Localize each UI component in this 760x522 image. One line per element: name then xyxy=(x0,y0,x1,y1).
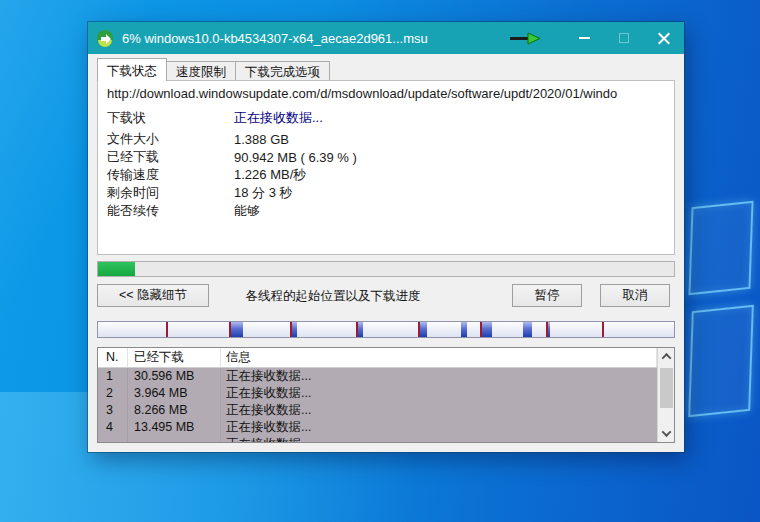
header-downloaded: 已经下载 xyxy=(128,348,221,367)
thread-start-marker xyxy=(166,322,168,337)
close-button[interactable] xyxy=(644,22,684,54)
tab-speed-limit[interactable]: 速度限制 xyxy=(167,61,236,81)
thread-start-marker xyxy=(229,322,231,337)
thread-bar xyxy=(97,321,675,338)
field-value: 1.226 MB/秒 xyxy=(234,166,667,184)
table-row[interactable]: 4 13.495 MB 正在接收数据... xyxy=(98,419,657,436)
cell-size: 3.964 MB xyxy=(128,385,221,402)
minimize-icon xyxy=(579,37,590,39)
table-row[interactable]: 3 8.266 MB 正在接收数据... xyxy=(98,402,657,419)
scrollbar-up-button[interactable] xyxy=(658,348,675,365)
download-url: http://download.windowsupdate.com/d/msdo… xyxy=(107,86,673,101)
chevron-down-icon xyxy=(662,427,672,437)
table-scrollbar[interactable] xyxy=(657,348,674,442)
cell-n: 1 xyxy=(98,368,128,385)
thread-start-marker xyxy=(546,322,548,337)
field-time-left: 剩余时间 18 分 3 秒 xyxy=(107,184,667,202)
threads-table: N. 已经下载 信息 1 30.596 MB 正在接收数据... 2 3.964… xyxy=(97,347,675,443)
field-value: 90.942 MB ( 6.39 % ) xyxy=(234,150,667,165)
threads-table-body: N. 已经下载 信息 1 30.596 MB 正在接收数据... 2 3.964… xyxy=(98,348,657,443)
progress-fill xyxy=(98,262,135,276)
chevron-up-icon xyxy=(662,353,672,363)
hide-details-button[interactable]: << 隐藏细节 xyxy=(97,284,209,307)
maximize-icon xyxy=(619,33,629,43)
thread-segment xyxy=(523,322,533,337)
thread-segment xyxy=(481,322,492,337)
field-download-status: 下载状 正在接收数据... xyxy=(107,109,667,127)
maximize-button[interactable] xyxy=(604,22,644,54)
field-value: 能够 xyxy=(234,202,667,220)
thread-start-marker xyxy=(356,322,358,337)
status-fields: 下载状 正在接收数据... 文件大小 1.388 GB 已经下载 90.942 … xyxy=(107,109,667,220)
field-downloaded: 已经下载 90.942 MB ( 6.39 % ) xyxy=(107,148,667,166)
cell-size: 13.495 MB xyxy=(128,419,221,436)
table-header-row: N. 已经下载 信息 xyxy=(98,348,657,368)
thread-start-marker xyxy=(290,322,292,337)
field-value: 正在接收数据... xyxy=(234,109,667,127)
download-progress-bar xyxy=(97,261,675,277)
field-value: 18 分 3 秒 xyxy=(234,184,667,202)
field-label: 能否续传 xyxy=(107,202,234,220)
tab-bar: 下载状态 速度限制 下载完成选项 xyxy=(97,58,330,81)
cell-n: 3 xyxy=(98,402,128,419)
tab-download-status[interactable]: 下载状态 xyxy=(97,58,167,81)
desktop-wallpaper: 6% windows10.0-kb4534307-x64_aecae2d961.… xyxy=(0,0,760,522)
field-value: 1.388 GB xyxy=(234,132,667,147)
pause-button[interactable]: 暂停 xyxy=(512,284,582,307)
scrollbar-thumb[interactable] xyxy=(660,368,673,408)
field-transfer-rate: 传输速度 1.226 MB/秒 xyxy=(107,166,667,184)
threads-caption: 各线程的起始位置以及下载进度 xyxy=(238,288,428,305)
field-label: 已经下载 xyxy=(107,148,234,166)
thread-start-marker xyxy=(480,322,482,337)
idm-drag-arrow-icon xyxy=(508,31,542,45)
titlebar[interactable]: 6% windows10.0-kb4534307-x64_aecae2d961.… xyxy=(88,22,684,54)
field-label: 下载状 xyxy=(107,109,234,127)
field-label: 文件大小 xyxy=(107,130,234,148)
header-info: 信息 xyxy=(221,348,657,367)
windows-logo-pane-bottom xyxy=(688,305,754,418)
idm-logo-icon xyxy=(96,29,114,47)
thread-segment xyxy=(461,322,467,337)
field-label: 传输速度 xyxy=(107,166,234,184)
cell-size: 30.596 MB xyxy=(128,368,221,385)
field-resume-capability: 能否续传 能够 xyxy=(107,202,667,220)
cell-info: 正在接收数据... xyxy=(221,436,657,443)
cell-n xyxy=(98,436,128,443)
window-title: 6% windows10.0-kb4534307-x64_aecae2d961.… xyxy=(122,31,508,46)
cell-n: 2 xyxy=(98,385,128,402)
download-status-panel: http://download.windowsupdate.com/d/msdo… xyxy=(97,80,675,255)
cell-n: 4 xyxy=(98,419,128,436)
table-row[interactable]: 1 30.596 MB 正在接收数据... xyxy=(98,368,657,385)
cell-size: 8.266 MB xyxy=(128,402,221,419)
close-icon xyxy=(658,32,670,44)
table-row[interactable]: 正在接收数据... xyxy=(98,436,657,443)
cell-info: 正在接收数据... xyxy=(221,385,657,402)
cancel-button[interactable]: 取消 xyxy=(600,284,670,307)
cell-size xyxy=(128,436,221,443)
cell-info: 正在接收数据... xyxy=(221,419,657,436)
field-file-size: 文件大小 1.388 GB xyxy=(107,130,667,148)
cell-info: 正在接收数据... xyxy=(221,368,657,385)
header-n: N. xyxy=(98,348,128,367)
tab-on-complete-options[interactable]: 下载完成选项 xyxy=(236,61,330,81)
thread-start-marker xyxy=(602,322,604,337)
field-label: 剩余时间 xyxy=(107,184,234,202)
minimize-button[interactable] xyxy=(564,22,604,54)
scrollbar-down-button[interactable] xyxy=(658,425,675,442)
cell-info: 正在接收数据... xyxy=(221,402,657,419)
table-row[interactable]: 2 3.964 MB 正在接收数据... xyxy=(98,385,657,402)
windows-logo-pane-top xyxy=(688,201,753,296)
thread-start-marker xyxy=(418,322,420,337)
thread-segment xyxy=(229,322,242,337)
idm-download-window: 6% windows10.0-kb4534307-x64_aecae2d961.… xyxy=(88,22,684,452)
